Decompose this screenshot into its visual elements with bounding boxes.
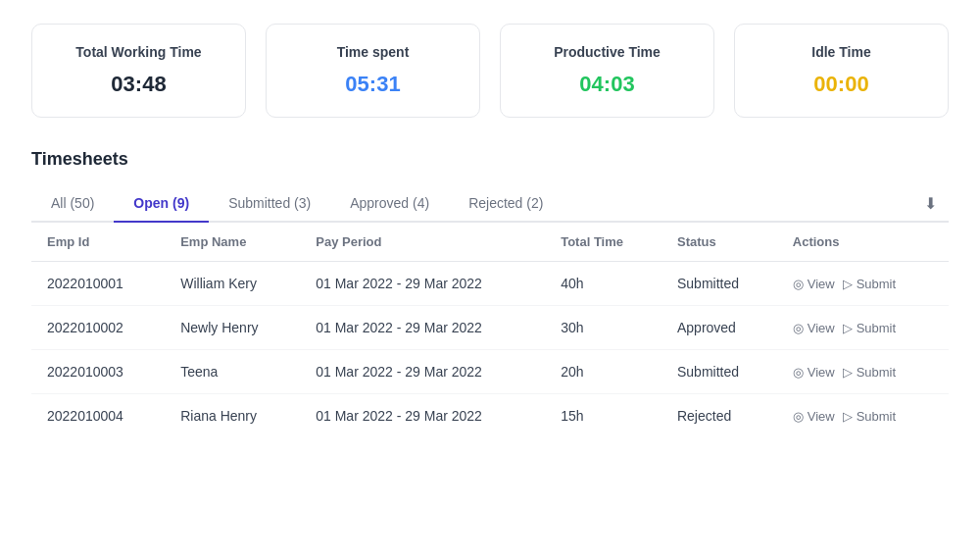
submit-button[interactable]: Submit: [857, 277, 896, 291]
submit-icon: ▷: [843, 321, 853, 335]
timesheets-title: Timesheets: [31, 149, 949, 170]
pay-period: 01 Mar 2022 - 29 Mar 2022: [300, 394, 545, 438]
col-header-emp-id: Emp Id: [31, 223, 165, 262]
col-header-pay-period: Pay Period: [300, 223, 545, 262]
actions-cell: ◎View ▷Submit: [777, 350, 949, 394]
view-button[interactable]: View: [808, 409, 835, 424]
emp-name: Newly Henry: [165, 306, 300, 350]
download-button[interactable]: ⬇: [912, 186, 949, 221]
total-time: 30h: [545, 306, 662, 350]
stat-value-total-working-time: 03:48: [111, 72, 166, 97]
view-icon: ◎: [793, 321, 804, 335]
emp-id: 2022010004: [31, 394, 165, 438]
emp-name: William Kery: [165, 262, 300, 306]
view-icon: ◎: [793, 409, 804, 424]
tab-approved[interactable]: Approved (4): [330, 185, 449, 223]
total-time: 40h: [545, 262, 662, 306]
stat-value-time-spent: 05:31: [345, 72, 400, 97]
status: Rejected: [662, 394, 777, 438]
tab-submitted[interactable]: Submitted (3): [209, 185, 330, 223]
stat-card-idle-time: Idle Time 00:00: [734, 24, 949, 118]
status: Submitted: [662, 262, 777, 306]
submit-icon: ▷: [843, 409, 853, 424]
actions-cell: ◎View ▷Submit: [777, 262, 949, 306]
col-header-actions: Actions: [777, 223, 949, 262]
timesheets-table: Emp IdEmp NamePay PeriodTotal TimeStatus…: [31, 223, 949, 437]
total-time: 20h: [545, 350, 662, 394]
stat-value-productive-time: 04:03: [579, 72, 634, 97]
pay-period: 01 Mar 2022 - 29 Mar 2022: [300, 306, 545, 350]
table-row: 2022010002Newly Henry01 Mar 2022 - 29 Ma…: [31, 306, 949, 350]
tabs-row: All (50)Open (9)Submitted (3)Approved (4…: [31, 185, 949, 223]
submit-button[interactable]: Submit: [857, 365, 896, 380]
actions-cell: ◎View ▷Submit: [777, 306, 949, 350]
pay-period: 01 Mar 2022 - 29 Mar 2022: [300, 262, 545, 306]
table-row: 2022010004Riana Henry01 Mar 2022 - 29 Ma…: [31, 394, 949, 438]
status: Submitted: [662, 350, 777, 394]
tab-all[interactable]: All (50): [31, 185, 114, 223]
emp-name: Teena: [165, 350, 300, 394]
table-row: 2022010003Teena01 Mar 2022 - 29 Mar 2022…: [31, 350, 949, 394]
status: Approved: [662, 306, 777, 350]
submit-icon: ▷: [843, 365, 853, 380]
stat-label-time-spent: Time spent: [337, 44, 410, 60]
col-header-total-time: Total Time: [545, 223, 662, 262]
emp-id: 2022010001: [31, 262, 165, 306]
col-header-status: Status: [662, 223, 777, 262]
stat-card-time-spent: Time spent 05:31: [266, 24, 480, 118]
tab-rejected[interactable]: Rejected (2): [449, 185, 563, 223]
stat-label-total-working-time: Total Working Time: [75, 44, 201, 60]
submit-icon: ▷: [843, 277, 853, 291]
timesheets-section: Timesheets All (50)Open (9)Submitted (3)…: [31, 149, 949, 437]
stat-label-productive-time: Productive Time: [554, 44, 661, 60]
tab-open[interactable]: Open (9): [114, 185, 209, 223]
total-time: 15h: [545, 394, 662, 438]
table-row: 2022010001William Kery01 Mar 2022 - 29 M…: [31, 262, 949, 306]
actions-cell: ◎View ▷Submit: [777, 394, 949, 438]
col-header-emp-name: Emp Name: [165, 223, 300, 262]
view-icon: ◎: [793, 277, 804, 291]
stat-card-productive-time: Productive Time 04:03: [500, 24, 714, 118]
submit-button[interactable]: Submit: [857, 321, 896, 335]
stats-row: Total Working Time 03:48 Time spent 05:3…: [31, 24, 949, 118]
stat-label-idle-time: Idle Time: [811, 44, 870, 60]
view-button[interactable]: View: [808, 321, 835, 335]
emp-name: Riana Henry: [165, 394, 300, 438]
stat-card-total-working-time: Total Working Time 03:48: [31, 24, 246, 118]
emp-id: 2022010003: [31, 350, 165, 394]
pay-period: 01 Mar 2022 - 29 Mar 2022: [300, 350, 545, 394]
view-button[interactable]: View: [808, 365, 835, 380]
stat-value-idle-time: 00:00: [813, 72, 868, 97]
view-button[interactable]: View: [808, 277, 835, 291]
emp-id: 2022010002: [31, 306, 165, 350]
view-icon: ◎: [793, 365, 804, 380]
submit-button[interactable]: Submit: [857, 409, 896, 424]
